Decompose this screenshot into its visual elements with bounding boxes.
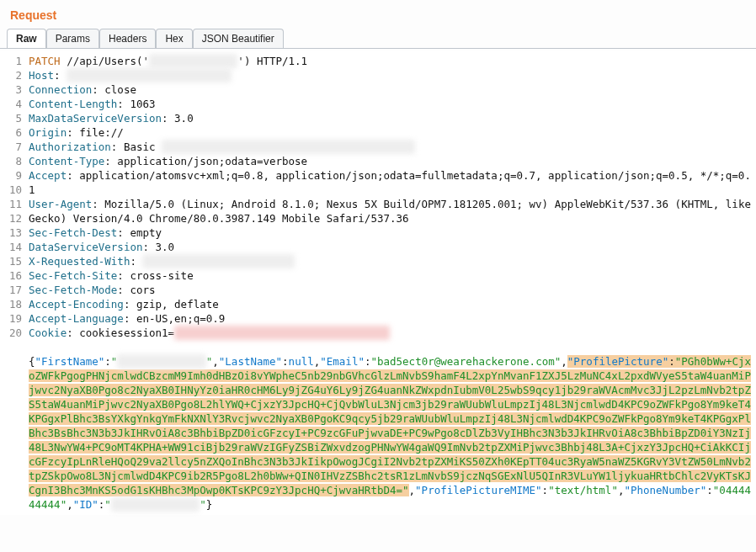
line-number: 18 (0, 297, 22, 311)
line-number: 19 (0, 311, 22, 326)
tab-raw[interactable]: Raw (7, 29, 46, 48)
tab-strip: RawParamsHeadersHexJSON Beautifier (0, 29, 756, 48)
tab-json-beautifier[interactable]: JSON Beautifier (193, 29, 284, 48)
line-number: 14 (0, 240, 22, 254)
line-number: 11 (0, 197, 22, 211)
line-number: 1 (0, 54, 22, 68)
line-number: 16 (0, 268, 22, 283)
line-number: 5 (0, 111, 22, 125)
line-number: 4 (0, 97, 22, 111)
line-number: 12 (0, 211, 22, 226)
line-number: 2 (0, 68, 22, 82)
tab-hex[interactable]: Hex (156, 29, 192, 48)
tab-params[interactable]: Params (46, 29, 99, 48)
tab-headers[interactable]: Headers (99, 29, 156, 48)
line-number: 6 (0, 125, 22, 140)
line-number: 9 (0, 168, 22, 183)
line-number: 8 (0, 154, 22, 168)
raw-request-text[interactable]: PATCH //api/Users('xxxxxxxxxxxxxx') HTTP… (27, 50, 756, 515)
line-number: 7 (0, 140, 22, 154)
line-number: 3 (0, 82, 22, 97)
line-number-gutter: 1234567891011121314151617181920 (0, 50, 27, 515)
request-body-area: 1234567891011121314151617181920 PATCH //… (0, 50, 756, 515)
line-number: 10 (0, 183, 22, 197)
line-number: 13 (0, 226, 22, 240)
line-number: 20 (0, 326, 22, 340)
line-number: 15 (0, 254, 22, 268)
line-number: 17 (0, 283, 22, 297)
section-title: Request (0, 0, 756, 29)
